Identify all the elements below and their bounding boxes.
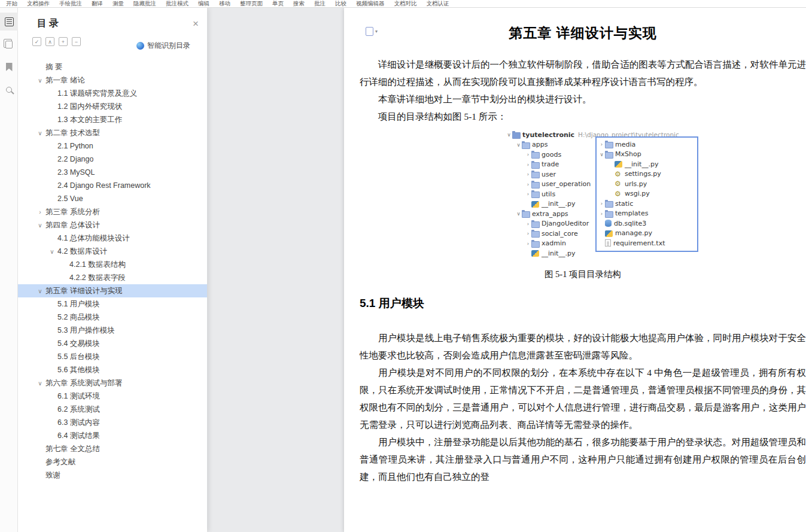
- tree-item: __init__.py: [504, 248, 600, 259]
- toc-item[interactable]: 2.5 Vue: [18, 192, 207, 205]
- thumbnails-button[interactable]: [0, 35, 18, 53]
- toc-item[interactable]: ∨ 第二章 技术选型: [18, 126, 207, 139]
- toc-item-label: 2.2 Django: [57, 155, 93, 163]
- toolbar-item[interactable]: 文档对比: [394, 0, 417, 8]
- toolbar-item[interactable]: 比较: [335, 0, 346, 8]
- chevron-icon[interactable]: ›: [35, 209, 45, 215]
- chevron-icon[interactable]: ∨: [35, 288, 45, 294]
- tree-item: ∨ extra_apps: [504, 209, 600, 219]
- toc-item[interactable]: 参考文献: [18, 455, 207, 469]
- toc-item-label: 第四章 总体设计: [45, 220, 100, 230]
- chevron-icon[interactable]: ∨: [35, 222, 45, 229]
- chevron-icon[interactable]: ∨: [35, 130, 45, 136]
- tree-chevron-icon: ›: [525, 171, 531, 177]
- figure-directory-tree: ∨ tyutelectronic H:\django_project\tyute…: [504, 130, 708, 260]
- toolbar-item[interactable]: 搜索: [293, 0, 305, 8]
- toc-tool-icon[interactable]: ∧: [45, 37, 54, 46]
- chevron-icon[interactable]: ∨: [35, 380, 45, 387]
- toc-item[interactable]: 5.4 交易模块: [18, 337, 207, 350]
- toc-item[interactable]: 第七章 全文总结: [18, 442, 207, 455]
- toc-item-label: 1.1 课题研究背景及意义: [57, 89, 137, 99]
- toc-item[interactable]: 1.2 国内外研究现状: [18, 100, 207, 113]
- toc-item[interactable]: 2.1 Python: [18, 139, 207, 153]
- paragraph: 用户模块是线上电子销售系统极为重要的模块，好的设计能极大地提高用户体验，同时用户…: [360, 329, 806, 364]
- toc-item-label: 2.1 Python: [57, 142, 93, 150]
- toc-item[interactable]: 5.1 用户模块: [18, 297, 207, 311]
- toc-tool-icon[interactable]: ✓: [32, 37, 41, 46]
- tree-item: › goods: [504, 150, 600, 160]
- toolbar-item[interactable]: 移动: [219, 0, 230, 8]
- bookmarks-button[interactable]: [0, 58, 18, 76]
- toc-item[interactable]: ∨ 第一章 绪论: [18, 74, 207, 87]
- toolbar-item[interactable]: 文档认证: [427, 0, 449, 8]
- chevron-icon[interactable]: ∨: [47, 248, 57, 255]
- tree-icon: [522, 141, 530, 148]
- tree-item-label: DjangoUeditor: [542, 220, 589, 227]
- toc-item[interactable]: 2.3 MySQL: [18, 166, 207, 179]
- toolbar-item[interactable]: 视频编辑器: [356, 0, 385, 8]
- smart-recognize-toc-button[interactable]: 智能识别目录: [136, 41, 190, 51]
- toolbar-item[interactable]: 开始: [6, 0, 17, 8]
- tree-icon: [531, 190, 539, 197]
- toc-panel-title: 目录: [37, 17, 61, 30]
- toolbar-item[interactable]: 批注模式: [166, 0, 188, 8]
- chevron-icon[interactable]: ∨: [35, 77, 45, 84]
- tree-chevron-icon: ›: [525, 151, 531, 157]
- toc-item[interactable]: 2.2 Django: [18, 153, 207, 166]
- tree-icon: [531, 171, 539, 178]
- tree-chevron-icon: ›: [525, 221, 531, 227]
- document-viewport[interactable]: ▾ 第五章 详细设计与实现 详细设计是继概要设计后的一个独立软件研制阶段，借助合…: [207, 8, 806, 532]
- toc-item[interactable]: 4.1 总体功能模块设计: [18, 232, 207, 245]
- toc-item[interactable]: 4.2.1 数据表结构: [18, 258, 207, 271]
- toc-item[interactable]: ∨ 第五章 详细设计与实现: [18, 284, 207, 297]
- toc-item[interactable]: 6.4 测试结果: [18, 429, 207, 442]
- toc-item-label: 6.1 测试环境: [57, 391, 100, 402]
- toc-item[interactable]: 5.3 用户操作模块: [18, 324, 207, 337]
- toc-tool-icon[interactable]: +: [59, 37, 68, 46]
- toc-item[interactable]: 5.2 商品模块: [18, 311, 207, 324]
- toc-item[interactable]: 2.4 Django Rest Framework: [18, 179, 207, 192]
- toolbar-item[interactable]: 整理页面: [240, 0, 263, 8]
- toc-item-label: 4.2.2 数据表字段: [69, 273, 126, 283]
- tree-icon: [615, 190, 622, 197]
- close-icon[interactable]: ×: [193, 19, 199, 29]
- tree-icon: [605, 239, 611, 247]
- toolbar-item[interactable]: 批注: [314, 0, 326, 8]
- toc-item-label: 第七章 全文总结: [45, 444, 100, 454]
- toc-item[interactable]: ∨ 4.2 数据库设计: [18, 245, 207, 258]
- toc-item[interactable]: 6.3 测试内容: [18, 416, 207, 429]
- tree-item-label: urls.py: [625, 180, 647, 188]
- toolbar-item[interactable]: 测量: [112, 0, 124, 8]
- tree-item-label: tyutelectronic: [522, 131, 574, 139]
- toc-item[interactable]: 5.5 后台模块: [18, 350, 207, 363]
- tree-icon: [531, 151, 539, 158]
- toc-item[interactable]: ∨ 第六章 系统测试与部署: [18, 376, 207, 390]
- paragraph: 项目的目录结构如图 5-1 所示：: [360, 108, 806, 125]
- toolbar-item[interactable]: 翻译: [92, 0, 103, 8]
- toc-panel-button[interactable]: [0, 13, 18, 31]
- toc-item[interactable]: 摘 要: [18, 60, 207, 74]
- toc-item[interactable]: 1.3 本文的主要工作: [18, 113, 207, 126]
- toc-item[interactable]: › 第三章 系统分析: [18, 205, 207, 218]
- tree-icon: [531, 220, 539, 227]
- toolbar-item[interactable]: 单页: [272, 0, 284, 8]
- paragraph: 详细设计是继概要设计后的一个独立软件研制阶段，借助合适的图表等方式配合语言描述，…: [360, 56, 806, 90]
- toolbar-item[interactable]: 编辑: [198, 0, 209, 8]
- tree-chevron-icon: ∨: [515, 211, 522, 217]
- toc-item[interactable]: ∨ 第四章 总体设计: [18, 218, 207, 232]
- tree-icon: [605, 141, 613, 148]
- toc-item[interactable]: 4.2.2 数据表字段: [18, 271, 207, 284]
- toolbar-item[interactable]: 文档操作: [27, 0, 50, 8]
- page-actions-button[interactable]: ▾: [366, 27, 378, 36]
- tree-chevron-icon: ›: [525, 241, 531, 247]
- search-button[interactable]: [0, 81, 18, 99]
- toc-tool-icon[interactable]: −: [72, 37, 81, 46]
- toc-item[interactable]: 6.1 测试环境: [18, 390, 207, 403]
- tree-chevron-icon: ›: [525, 181, 531, 187]
- toc-item[interactable]: 6.2 系统测试: [18, 403, 207, 416]
- toc-item[interactable]: 致谢: [18, 469, 207, 482]
- toolbar-item[interactable]: 隐藏批注: [133, 0, 156, 8]
- toolbar-item[interactable]: 手绘批注: [59, 0, 82, 8]
- toc-item[interactable]: 5.6 其他模块: [18, 363, 207, 376]
- toc-item[interactable]: 1.1 课题研究背景及意义: [18, 87, 207, 100]
